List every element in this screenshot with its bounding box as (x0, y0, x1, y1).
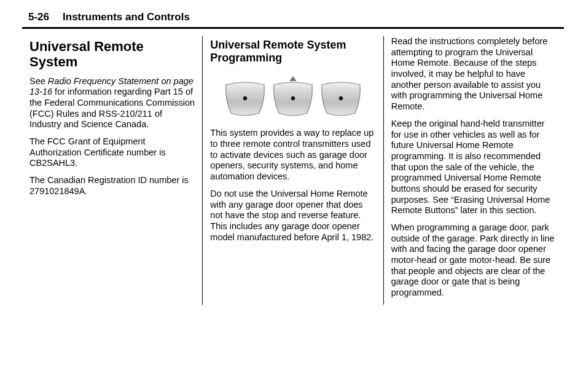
remote-illustration (210, 73, 375, 122)
header-rule (22, 27, 564, 29)
svg-point-2 (291, 96, 295, 100)
chapter-title: Instruments and Controls (63, 11, 190, 23)
column-1: Universal Remote System See Radio Freque… (22, 36, 202, 305)
section-heading: Universal Remote System (29, 39, 195, 70)
body-text: This system provides a way to replace up… (210, 128, 375, 182)
svg-point-1 (243, 96, 247, 100)
body-text: Read the instructions completely before … (391, 36, 557, 112)
text-run: See (29, 76, 48, 86)
manual-page: 5-26 Instruments and Controls Universal … (0, 0, 586, 392)
body-text: Do not use the Universal Home Remote wit… (210, 189, 375, 243)
svg-marker-0 (289, 76, 297, 81)
column-2: Universal Remote System Programming (202, 36, 383, 305)
text-run: for information regarding Part 15 of the… (29, 87, 195, 129)
svg-point-3 (339, 96, 343, 100)
subsection-heading: Universal Remote System Programming (210, 39, 375, 64)
remote-buttons-icon (216, 73, 370, 122)
body-text: When programming a garage door, park out… (391, 222, 557, 299)
page-header: 5-26 Instruments and Controls (22, 11, 564, 23)
body-text: The Canadian Registration ID number is 2… (29, 175, 195, 197)
column-3: Read the instructions completely before … (383, 36, 564, 305)
body-text: The FCC Grant of Equipment Authorization… (29, 136, 195, 169)
content-columns: Universal Remote System See Radio Freque… (22, 36, 564, 305)
body-text: See Radio Frequency Statement on page 13… (29, 76, 195, 130)
body-text: Keep the original hand-held transmitter … (391, 119, 557, 216)
page-number: 5-26 (28, 11, 49, 23)
